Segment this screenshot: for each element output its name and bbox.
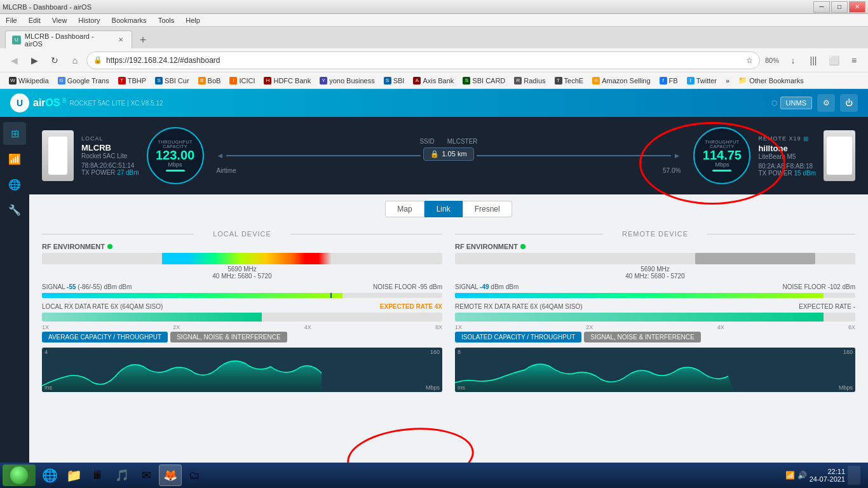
menu-bookmarks[interactable]: Bookmarks [109, 15, 150, 25]
remote-signal-bar [455, 293, 855, 298]
remote-expand-icon[interactable]: ⊞ [803, 135, 809, 142]
taskbar-clock: 22:11 24-07-2021 [810, 468, 845, 483]
taskbar-ie[interactable]: 🌐 [38, 464, 61, 486]
menu-view[interactable]: View [49, 15, 71, 25]
bookmark-axis[interactable]: A Axis Bank [409, 76, 458, 86]
bookmark-hdfc[interactable]: H HDFC Bank [260, 76, 315, 86]
tab-close-button[interactable]: ✕ [116, 36, 125, 44]
home-button[interactable]: ⌂ [66, 51, 84, 69]
bookmark-teche-label: TechE [564, 77, 584, 85]
bookmark-tbhp[interactable]: T TBHP [114, 76, 150, 86]
history-icon[interactable]: ||| [804, 51, 822, 69]
bookmark-sbi[interactable]: S SBI [380, 76, 409, 86]
tab-link[interactable]: Link [424, 201, 463, 217]
local-signal-noise-btn[interactable]: SIGNAL, NOISE & INTERFERENCE [170, 332, 287, 342]
dashboard-content: LOCAL DEVICE RF ENVIRONMENT [29, 224, 868, 398]
airtime-row: Airtime 57.0% [217, 167, 681, 174]
unms-area: ⬡ UNMS [771, 97, 812, 109]
link-visual: LOCAL MLCRB Rocket 5AC Lite 78:8A:20:6C:… [29, 117, 868, 194]
tab-map[interactable]: Map [385, 201, 424, 217]
menu-icon[interactable]: ≡ [845, 51, 863, 69]
navigation-bar: ◀ ▶ ↻ ⌂ 🔒 https://192.168.24.12/#dashboa… [0, 48, 868, 72]
bookmark-axis-icon: A [413, 77, 421, 85]
refresh-button[interactable]: ↻ [46, 51, 64, 69]
bookmark-wikipedia[interactable]: W Wikipedia [5, 76, 53, 86]
remote-device-area: THROUGHPUT CAPACITY 114.75 Mbps REMOTE X… [693, 127, 855, 184]
settings-icon[interactable]: ⚙ [817, 94, 835, 112]
maximize-button[interactable]: □ [831, 1, 848, 13]
title-bar-controls[interactable]: ─ □ ✕ [813, 1, 865, 13]
menu-file[interactable]: File [3, 15, 20, 25]
start-button[interactable] [3, 464, 36, 486]
url-text: https://192.168.24.12/#dashboard [106, 56, 742, 65]
bookmark-amazon[interactable]: A Amazon Selling [588, 76, 654, 86]
remote-signal-noise-btn[interactable]: SIGNAL, NOISE & INTERFERENCE [584, 332, 700, 342]
clock-date: 24-07-2021 [810, 475, 845, 483]
star-icon[interactable]: ☆ [746, 56, 753, 65]
menu-help[interactable]: Help [182, 15, 203, 25]
sidebar-dashboard[interactable]: ⊞ [3, 122, 26, 145]
airos-version: 8 [62, 97, 66, 104]
taskbar-calculator[interactable]: 🖩 [86, 464, 109, 486]
content-wrapper: LOCAL MLCRB Rocket 5AC Lite 78:8A:20:6C:… [29, 117, 868, 398]
bookmark-teche[interactable]: T TechE [551, 76, 588, 86]
remote-chart-left-label: 8 [458, 349, 461, 355]
browser-tab-active[interactable]: U MLCRB - Dashboard - airOS ✕ [5, 30, 132, 48]
remote-isolated-capacity-btn[interactable]: ISOLATED CAPACITY / THROUGHPUT [455, 332, 581, 342]
show-desktop-button[interactable] [848, 466, 860, 485]
local-rx-fill [42, 313, 442, 322]
bookmark-googletrans[interactable]: G Google Trans [54, 76, 113, 86]
taskbar-explorer[interactable]: 📁 [62, 464, 85, 486]
bookmark-sbicur[interactable]: S SBI Cur [151, 76, 193, 86]
local-throughput-label: THROUGHPUT CAPACITY [148, 140, 203, 149]
address-bar[interactable]: 🔒 https://192.168.24.12/#dashboard ☆ [86, 51, 760, 69]
bookmark-bob[interactable]: B BoB [194, 76, 225, 86]
local-chart-left-label: 4 [44, 349, 48, 355]
bookmark-twitter[interactable]: t Twitter [683, 76, 721, 86]
bookmark-other[interactable]: 📁 Other Bookmarks [735, 75, 808, 86]
remote-signal-fill [455, 293, 824, 298]
menu-history[interactable]: History [75, 15, 103, 25]
bookmark-icici[interactable]: I ICICI [226, 76, 259, 86]
local-avg-capacity-btn[interactable]: AVERAGE CAPACITY / THROUGHPUT [42, 332, 168, 342]
taskbar-files[interactable]: 🗂 [183, 464, 206, 486]
bookmark-fb[interactable]: f FB [656, 76, 682, 86]
sidebar-wireless[interactable]: 📶 [3, 147, 26, 170]
local-rf-status-dot [107, 244, 112, 249]
tab-label: MLCRB - Dashboard - airOS [25, 32, 112, 48]
bookmark-sbi-icon: S [384, 77, 391, 85]
network-icon: 📶 [785, 471, 795, 480]
bookmark-more[interactable]: » [722, 76, 733, 86]
bookmark-sbicard[interactable]: S SBI CARD [459, 76, 509, 86]
minimize-button[interactable]: ─ [813, 1, 830, 13]
sidebar-tools[interactable]: 🔧 [3, 198, 26, 221]
taskbar-right: 📶 🔊 22:11 24-07-2021 [780, 466, 865, 485]
downloads-icon[interactable]: ↓ [784, 51, 802, 69]
menu-edit[interactable]: Edit [25, 15, 44, 25]
bookmark-yono[interactable]: Y yono Business [316, 76, 379, 86]
fullscreen-icon[interactable]: ⬜ [825, 51, 843, 69]
new-tab-button[interactable]: + [135, 32, 151, 48]
sidebar-network[interactable]: 🌐 [3, 173, 26, 196]
remote-device-info: REMOTE X19 ⊞ hilltone LiteBeam M5 80:2A:… [758, 135, 816, 177]
close-button[interactable]: ✕ [849, 1, 865, 13]
taskbar-firefox[interactable]: 🦊 [159, 464, 182, 486]
remote-mac: 80:2A:A8:F8:AB:18 [758, 163, 816, 170]
bookmark-icici-icon: I [229, 77, 237, 85]
tab-fresnel[interactable]: Fresnel [463, 201, 512, 217]
forward-button[interactable]: ▶ [25, 51, 43, 69]
unms-button[interactable]: UNMS [780, 97, 812, 109]
taskbar-mail[interactable]: ✉ [135, 464, 158, 486]
bookmark-googletrans-icon: G [58, 77, 65, 85]
logout-icon[interactable]: ⏻ [840, 94, 858, 112]
link-line-area: ◄ 🔒 1.05 km ► [217, 147, 681, 165]
back-button[interactable]: ◀ [5, 51, 23, 69]
bookmark-radius[interactable]: R Radius [510, 76, 549, 86]
menu-tools[interactable]: Tools [155, 15, 178, 25]
local-name: MLCRB [81, 143, 139, 152]
start-orb [10, 466, 28, 484]
remote-model: LiteBeam M5 [758, 153, 816, 160]
remote-rx-fill [455, 313, 855, 322]
taskbar-winamp[interactable]: 🎵 [111, 464, 133, 486]
bookmark-bob-icon: B [198, 77, 206, 85]
